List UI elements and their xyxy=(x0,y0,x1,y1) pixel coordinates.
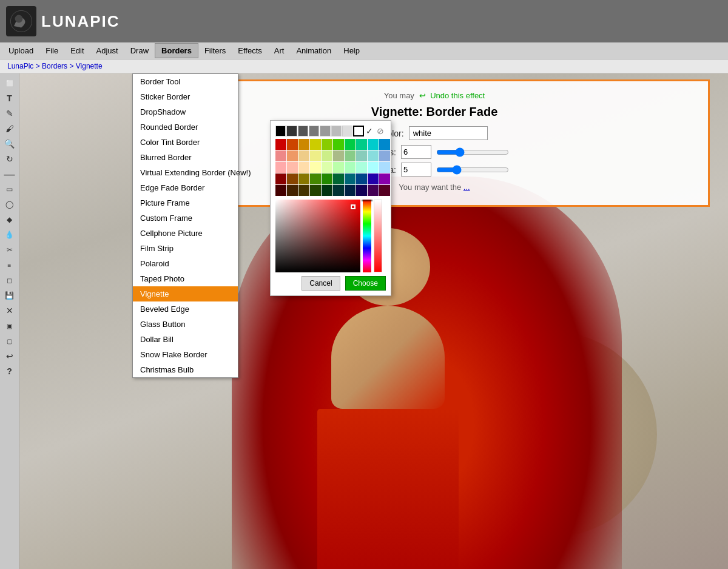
tool-save[interactable]: 💾 xyxy=(2,288,17,303)
menu-color-tint-border[interactable]: Color Tint Border xyxy=(133,135,238,150)
radius-slider[interactable] xyxy=(436,147,509,157)
menu-picture-frame[interactable]: Picture Frame xyxy=(133,195,238,210)
swatch-gray4[interactable] xyxy=(331,126,342,136)
menu-snow-flake-border[interactable]: Snow Flake Border xyxy=(133,347,238,362)
swatch-r6[interactable] xyxy=(333,139,344,150)
menu-upload[interactable]: Upload xyxy=(2,44,39,58)
menu-art[interactable]: Art xyxy=(268,44,291,58)
swatch-d3[interactable] xyxy=(298,162,309,173)
color-gradient-box[interactable] xyxy=(275,200,360,272)
menu-glass-button[interactable]: Glass Button xyxy=(133,317,238,332)
swatch-f1[interactable] xyxy=(275,185,286,196)
swatch-c6[interactable] xyxy=(333,150,344,161)
swatch-r10[interactable] xyxy=(379,139,390,150)
tool-eyedropper[interactable]: 💧 xyxy=(2,227,17,242)
swatch-r4[interactable] xyxy=(310,139,321,150)
swatch-c5[interactable] xyxy=(322,150,332,161)
menu-draw[interactable]: Draw xyxy=(124,44,155,58)
menu-borders[interactable]: Borders xyxy=(155,43,198,58)
menu-custom-frame[interactable]: Custom Frame xyxy=(133,210,238,226)
menu-beveled-edge[interactable]: Beveled Edge xyxy=(133,301,238,317)
swatch-f5[interactable] xyxy=(322,185,332,196)
swatch-c10[interactable] xyxy=(379,150,390,161)
swatch-d4[interactable] xyxy=(310,162,321,173)
swatch-d9[interactable] xyxy=(368,162,379,173)
swatch-e8[interactable] xyxy=(356,173,367,184)
swatch-e10[interactable] xyxy=(379,173,390,184)
tool-frame1[interactable]: ▣ xyxy=(2,318,17,333)
swatch-c8[interactable] xyxy=(356,150,367,161)
swatch-d10[interactable] xyxy=(379,162,390,173)
swatch-darkgray[interactable] xyxy=(286,126,297,136)
menu-rounded-border[interactable]: Rounded Border xyxy=(133,120,238,135)
menu-sticker-border[interactable]: Sticker Border xyxy=(133,89,238,104)
swatch-gray2[interactable] xyxy=(309,126,319,136)
menu-taped-photo[interactable]: Taped Photo xyxy=(133,271,238,286)
swatch-f8[interactable] xyxy=(356,185,367,196)
menu-dollar-bill[interactable]: Dollar Bill xyxy=(133,332,238,347)
swatch-d8[interactable] xyxy=(356,162,367,173)
undo-link[interactable]: Undo this effect xyxy=(430,91,485,100)
swatch-d7[interactable] xyxy=(345,162,356,173)
choose-button[interactable]: Choose xyxy=(345,276,386,291)
swatch-d6[interactable] xyxy=(333,162,344,173)
swatch-c3[interactable] xyxy=(298,150,309,161)
swatch-white[interactable] xyxy=(353,126,363,136)
tool-rect[interactable]: ▭ xyxy=(2,182,17,197)
sigma-input[interactable] xyxy=(401,163,431,177)
swatch-gray3[interactable] xyxy=(320,126,330,136)
swatch-f6[interactable] xyxy=(333,185,344,196)
menu-filters[interactable]: Filters xyxy=(198,44,232,58)
tool-crop[interactable]: ✂ xyxy=(2,243,17,257)
swatch-e5[interactable] xyxy=(322,173,332,184)
menu-effects[interactable]: Effects xyxy=(232,44,268,58)
swatch-f3[interactable] xyxy=(298,185,309,196)
menu-film-strip[interactable]: Film Strip xyxy=(133,241,238,256)
tool-close[interactable]: ✕ xyxy=(2,303,17,318)
tool-frame2[interactable]: ▢ xyxy=(2,334,17,348)
swatch-r3[interactable] xyxy=(298,139,309,150)
menu-vignette[interactable]: Vignette xyxy=(133,286,238,301)
swatch-r8[interactable] xyxy=(356,139,367,150)
swatch-e6[interactable] xyxy=(333,173,344,184)
tool-text[interactable]: T xyxy=(2,91,17,106)
swatch-check[interactable]: ✓ xyxy=(365,126,375,136)
tool-fill[interactable]: ◆ xyxy=(2,212,17,227)
cancel-button[interactable]: Cancel xyxy=(302,276,340,291)
swatch-e1[interactable] xyxy=(275,173,286,184)
menu-edit[interactable]: Edit xyxy=(64,44,90,58)
tool-eraser[interactable]: ◻ xyxy=(2,273,17,288)
tool-layers[interactable]: ≡ xyxy=(2,258,17,272)
swatch-c4[interactable] xyxy=(310,150,321,161)
menu-cellphone-picture[interactable]: Cellphone Picture xyxy=(133,226,238,241)
tool-zoom[interactable]: 🔍 xyxy=(2,136,17,151)
hue-slider[interactable] xyxy=(363,200,371,272)
swatch-c2[interactable] xyxy=(287,150,298,161)
tool-brush[interactable]: 🖌 xyxy=(2,121,17,136)
menu-file[interactable]: File xyxy=(39,44,64,58)
swatch-black[interactable] xyxy=(275,126,286,136)
swatch-r9[interactable] xyxy=(368,139,379,150)
breadcrumb-lunapic[interactable]: LunaPic xyxy=(7,62,33,70)
swatch-gray1[interactable] xyxy=(298,126,308,136)
menu-border-tool[interactable]: Border Tool xyxy=(133,74,238,89)
menu-polaroid[interactable]: Polaroid xyxy=(133,256,238,271)
swatch-c9[interactable] xyxy=(368,150,379,161)
radius-input[interactable] xyxy=(401,145,431,159)
swatch-e2[interactable] xyxy=(287,173,298,184)
swatch-d2[interactable] xyxy=(287,162,298,173)
menu-dropshadow[interactable]: DropShadow xyxy=(133,104,238,120)
swatch-f9[interactable] xyxy=(368,185,379,196)
swatch-r7[interactable] xyxy=(345,139,356,150)
swatch-e9[interactable] xyxy=(368,173,379,184)
swatch-e4[interactable] xyxy=(310,173,321,184)
tool-line[interactable]: — xyxy=(2,167,17,181)
swatch-f10[interactable] xyxy=(379,185,390,196)
menu-animation[interactable]: Animation xyxy=(290,44,337,58)
swatch-c1[interactable] xyxy=(275,150,286,161)
swatch-f4[interactable] xyxy=(310,185,321,196)
swatch-d5[interactable] xyxy=(322,162,332,173)
swatch-e7[interactable] xyxy=(345,173,356,184)
swatch-clear[interactable]: ⊘ xyxy=(376,126,386,136)
swatch-c7[interactable] xyxy=(345,150,356,161)
